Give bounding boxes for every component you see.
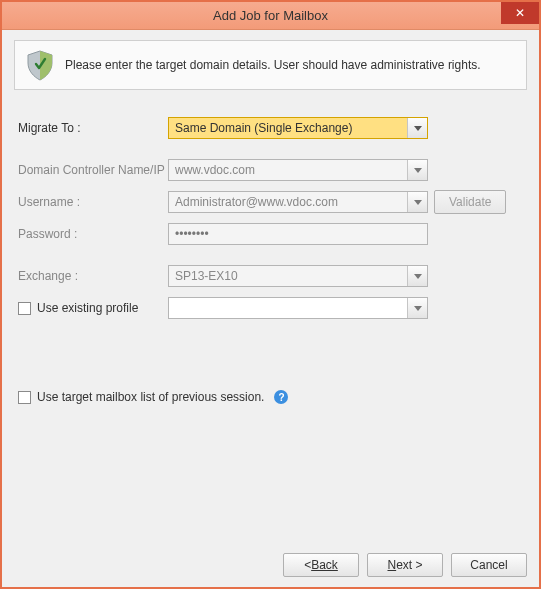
- footer-buttons: < Back Next > Cancel: [2, 545, 539, 587]
- dc-name-label: Domain Controller Name/IP: [18, 163, 168, 177]
- username-label: Username :: [18, 195, 168, 209]
- prev-session-checkbox[interactable]: [18, 391, 31, 404]
- next-button[interactable]: Next >: [367, 553, 443, 577]
- username-combo[interactable]: [168, 191, 428, 213]
- prev-session-label: Use target mailbox list of previous sess…: [37, 390, 264, 404]
- close-button[interactable]: ✕: [501, 2, 539, 24]
- cancel-button[interactable]: Cancel: [451, 553, 527, 577]
- window-title: Add Job for Mailbox: [2, 8, 539, 23]
- password-label: Password :: [18, 227, 168, 241]
- use-existing-profile-label: Use existing profile: [37, 301, 138, 315]
- username-value[interactable]: [169, 192, 407, 212]
- chevron-down-icon[interactable]: [407, 192, 427, 212]
- info-text: Please enter the target domain details. …: [65, 57, 481, 73]
- exchange-label: Exchange :: [18, 269, 168, 283]
- chevron-down-icon[interactable]: [407, 266, 427, 286]
- exchange-value[interactable]: [169, 266, 407, 286]
- migrate-to-combo[interactable]: [168, 117, 428, 139]
- use-existing-profile-checkbox[interactable]: [18, 302, 31, 315]
- prev-session-row: Use target mailbox list of previous sess…: [18, 390, 523, 404]
- help-icon[interactable]: ?: [274, 390, 288, 404]
- info-panel: Please enter the target domain details. …: [14, 40, 527, 90]
- content-area: Please enter the target domain details. …: [2, 30, 539, 545]
- dialog-window: Add Job for Mailbox ✕ Please enter the t…: [0, 0, 541, 589]
- password-field[interactable]: [168, 223, 428, 245]
- existing-profile-combo[interactable]: [168, 297, 428, 319]
- titlebar: Add Job for Mailbox ✕: [2, 2, 539, 30]
- shield-icon: [25, 49, 55, 81]
- back-button[interactable]: < Back: [283, 553, 359, 577]
- dc-name-combo[interactable]: [168, 159, 428, 181]
- chevron-down-icon[interactable]: [407, 160, 427, 180]
- validate-button[interactable]: Validate: [434, 190, 506, 214]
- chevron-down-icon[interactable]: [407, 298, 427, 318]
- dc-name-value[interactable]: [169, 160, 407, 180]
- exchange-combo[interactable]: [168, 265, 428, 287]
- chevron-down-icon[interactable]: [407, 118, 427, 138]
- close-icon: ✕: [515, 7, 525, 19]
- existing-profile-value[interactable]: [169, 298, 407, 318]
- form-area: Migrate To : Domain Controller Name/IP: [14, 116, 527, 404]
- migrate-to-value[interactable]: [169, 118, 407, 138]
- migrate-to-label: Migrate To :: [18, 121, 168, 135]
